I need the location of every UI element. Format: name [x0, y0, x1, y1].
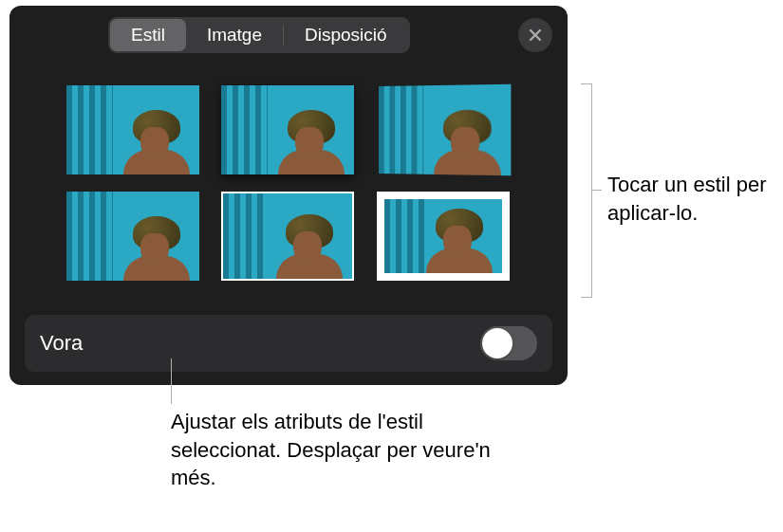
tab-style[interactable]: Estil	[110, 19, 186, 51]
tab-image[interactable]: Imatge	[186, 19, 283, 51]
style-option-plain[interactable]	[66, 85, 199, 174]
close-icon	[528, 28, 543, 43]
border-setting-row: Vora	[25, 315, 552, 372]
bracket-styles	[581, 83, 592, 298]
tab-layout[interactable]: Disposició	[284, 19, 408, 51]
tab-group: Estil Imatge Disposició	[108, 17, 410, 53]
format-panel: Estil Imatge Disposició	[9, 6, 568, 385]
callout-adjust-attrs: Ajustar els atributs de l'estil seleccio…	[171, 408, 513, 492]
callout-tap-style: Tocar un estil per aplicar-lo.	[607, 171, 778, 227]
lead-attrs	[171, 358, 172, 404]
lead-styles	[592, 190, 602, 191]
border-label: Vora	[40, 331, 480, 356]
close-button[interactable]	[518, 18, 552, 52]
tab-bar: Estil Imatge Disposició	[9, 6, 568, 61]
style-option-thin-border[interactable]	[221, 192, 354, 281]
style-option-shadow[interactable]	[221, 85, 354, 174]
style-option-reflection[interactable]	[66, 192, 199, 281]
style-option-tilted[interactable]	[379, 84, 511, 175]
style-option-thick-border[interactable]	[377, 192, 510, 281]
style-grid	[9, 61, 568, 298]
toggle-knob	[482, 328, 513, 358]
border-toggle[interactable]	[480, 326, 537, 360]
